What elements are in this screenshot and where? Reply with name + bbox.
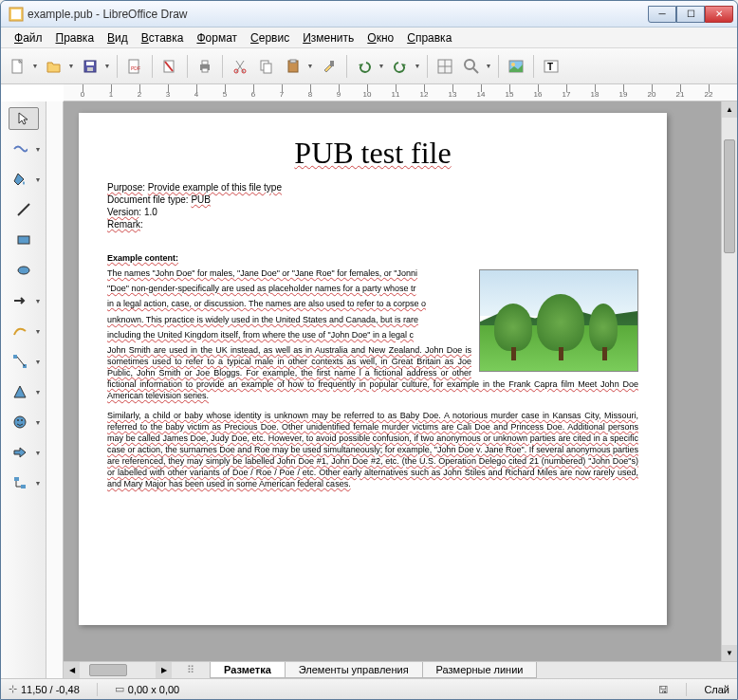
select-tool[interactable] <box>9 107 39 130</box>
symbol-shapes-dropdown[interactable]: ▼ <box>35 419 43 426</box>
menu-file[interactable]: Файл <box>9 29 48 46</box>
print-button[interactable] <box>194 55 216 78</box>
line-color-dropdown[interactable]: ▼ <box>35 146 43 153</box>
svg-rect-1 <box>11 9 21 19</box>
scroll-right-button[interactable]: ▶ <box>156 662 172 678</box>
curve-dropdown[interactable]: ▼ <box>35 328 43 335</box>
size-icon: ▭ <box>115 683 124 695</box>
menu-modify[interactable]: Изменить <box>297 29 360 46</box>
paste-button[interactable] <box>282 55 304 78</box>
canvas-area: PUB test file Purpose: Provide example o… <box>64 101 737 678</box>
document-title[interactable]: PUB test file <box>107 136 638 171</box>
scroll-thumb-h[interactable] <box>89 664 127 676</box>
meta-purpose: Provide example of this file type <box>148 182 282 193</box>
meta-doctype-label: Document file type <box>107 194 186 205</box>
minimize-button[interactable]: ─ <box>648 6 676 23</box>
separator <box>187 55 188 78</box>
export-pdf-button[interactable]: PDF <box>123 55 146 78</box>
svg-point-20 <box>465 60 474 69</box>
format-paintbrush-button[interactable] <box>318 55 341 78</box>
new-button[interactable] <box>7 55 29 78</box>
curve-tool[interactable] <box>5 320 35 342</box>
body-area: ▼ ▼ ▼ ▼ ▼ ▼ ▼ ▼ ▼ PUB test file Purpose:… <box>1 101 737 678</box>
redo-dropdown[interactable]: ▼ <box>414 63 421 69</box>
menu-edit[interactable]: Правка <box>50 29 101 46</box>
status-position-seg: ⊹ 11,50 / -0,48 <box>9 683 80 695</box>
content-heading[interactable]: Example content: <box>107 252 638 264</box>
titlebar[interactable]: example.pub - LibreOffice Draw ─ ☐ ✕ <box>1 1 737 28</box>
basic-shapes-tool[interactable] <box>5 380 35 403</box>
open-dropdown[interactable]: ▼ <box>67 63 75 69</box>
flowchart-tool[interactable] <box>5 471 35 494</box>
para7[interactable]: Similarly, a child or baby whose identit… <box>107 410 638 490</box>
fill-color-tool[interactable] <box>5 168 35 191</box>
scroll-track-h[interactable] <box>80 662 156 678</box>
arrow-dropdown[interactable]: ▼ <box>35 298 43 304</box>
textbox-button[interactable]: T <box>540 55 563 78</box>
redo-button[interactable] <box>389 55 412 78</box>
connector-tool[interactable] <box>5 350 35 373</box>
undo-button[interactable] <box>353 55 376 78</box>
svg-rect-33 <box>21 485 26 488</box>
print-preview-button[interactable] <box>158 55 181 78</box>
undo-dropdown[interactable]: ▼ <box>378 63 385 69</box>
cut-button[interactable] <box>229 55 251 78</box>
vertical-scrollbar[interactable]: ▲ ▼ <box>721 101 737 661</box>
save-status-icon[interactable]: 🖫 <box>658 684 669 695</box>
copy-button[interactable] <box>255 55 278 78</box>
svg-point-22 <box>511 63 515 66</box>
tab-layout[interactable]: Разметка <box>210 662 286 678</box>
save-button[interactable] <box>79 55 101 78</box>
zoom-button[interactable] <box>460 55 483 78</box>
basic-shapes-dropdown[interactable]: ▼ <box>35 389 43 396</box>
grid-button[interactable] <box>434 55 456 78</box>
svg-rect-18 <box>330 61 334 66</box>
window-title: example.pub - LibreOffice Draw <box>28 8 648 21</box>
scroll-left-button[interactable]: ◀ <box>64 662 80 678</box>
symbol-shapes-tool[interactable] <box>5 411 35 433</box>
tab-controls[interactable]: Элементы управления <box>285 662 423 678</box>
open-button[interactable] <box>43 55 65 78</box>
separator <box>222 55 223 78</box>
connector-dropdown[interactable]: ▼ <box>35 359 43 365</box>
app-icon <box>9 7 24 22</box>
line-tool[interactable] <box>9 198 39 221</box>
new-dropdown[interactable]: ▼ <box>31 63 39 69</box>
scroll-down-button[interactable]: ▼ <box>722 645 737 661</box>
menu-help[interactable]: Справка <box>401 29 457 46</box>
separator <box>427 55 428 78</box>
close-button[interactable]: ✕ <box>705 6 733 23</box>
scroll-thumb-v[interactable] <box>724 139 735 253</box>
line-color-tool[interactable] <box>5 138 35 160</box>
flowchart-dropdown[interactable]: ▼ <box>35 480 43 487</box>
scroll-up-button[interactable]: ▲ <box>722 101 737 118</box>
canvas-viewport[interactable]: PUB test file Purpose: Provide example o… <box>64 101 737 661</box>
page[interactable]: PUB test file Purpose: Provide example o… <box>79 113 667 625</box>
tab-dimensions[interactable]: Размерные линии <box>422 662 538 678</box>
ellipse-tool[interactable] <box>9 259 39 282</box>
block-arrows-tool[interactable] <box>5 441 35 464</box>
zoom-dropdown[interactable]: ▼ <box>485 63 492 69</box>
menu-format[interactable]: Формат <box>191 29 243 46</box>
vertical-ruler[interactable] <box>46 101 64 678</box>
save-dropdown[interactable]: ▼ <box>103 63 111 69</box>
menu-view[interactable]: Вид <box>101 29 134 46</box>
block-arrows-dropdown[interactable]: ▼ <box>35 450 43 456</box>
fill-color-dropdown[interactable]: ▼ <box>35 176 43 183</box>
menu-insert[interactable]: Вставка <box>136 29 190 46</box>
maximize-button[interactable]: ☐ <box>676 6 705 23</box>
paste-dropdown[interactable]: ▼ <box>306 63 314 69</box>
arrow-tool[interactable] <box>5 289 35 312</box>
svg-text:T: T <box>547 62 553 72</box>
svg-point-26 <box>18 267 29 274</box>
landscape-image[interactable] <box>479 269 638 372</box>
menu-tools[interactable]: Сервис <box>245 29 295 46</box>
meta-doctype: PUB <box>191 194 211 205</box>
splitter-grip[interactable]: ⠿ <box>172 664 210 676</box>
menu-window[interactable]: Окно <box>361 29 399 46</box>
rectangle-tool[interactable] <box>9 229 39 251</box>
menubar: Файл Правка Вид Вставка Формат Сервис Из… <box>1 28 737 48</box>
image-button[interactable] <box>505 55 527 78</box>
horizontal-ruler[interactable]: 012345678910111213141516171819202122 <box>64 84 737 101</box>
separator <box>117 55 118 78</box>
